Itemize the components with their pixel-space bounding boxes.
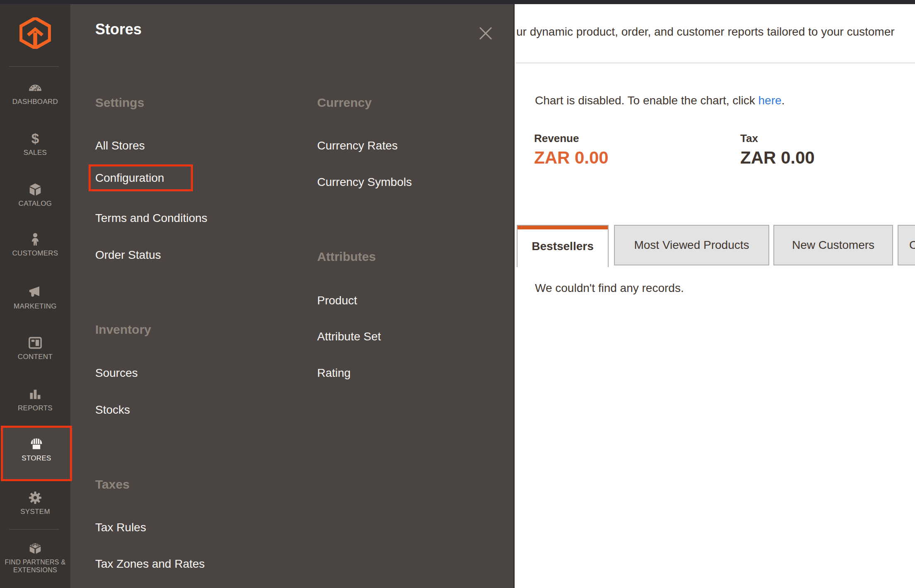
sidebar-item-label: CATALOG: [0, 200, 70, 208]
sidebar-item-label: MARKETING: [0, 302, 70, 311]
menu-item-rating[interactable]: Rating: [317, 366, 351, 380]
sidebar-item-find-partners[interactable]: FIND PARTNERS & EXTENSIONS: [0, 540, 70, 574]
magento-logo[interactable]: [19, 17, 51, 52]
menu-item-order-status[interactable]: Order Status: [95, 248, 161, 262]
system-icon: [27, 489, 43, 506]
tax-label: Tax: [740, 132, 914, 145]
section-title-attributes: Attributes: [317, 249, 376, 264]
menu-item-all-stores[interactable]: All Stores: [95, 139, 145, 153]
chart-notice-text: Chart is disabled. To enable the chart, …: [535, 94, 758, 107]
svg-text:$: $: [31, 131, 39, 146]
header-divider: [515, 63, 915, 63]
menu-item-terms-and-conditions[interactable]: Terms and Conditions: [95, 211, 207, 225]
no-records-message: We couldn't find any records.: [535, 281, 684, 295]
sidebar-item-label: REPORTS: [0, 404, 70, 412]
menu-item-tax-zones-and-rates[interactable]: Tax Zones and Rates: [95, 557, 205, 571]
sidebar-item-content[interactable]: CONTENT: [0, 335, 70, 361]
sidebar-item-label: SALES: [0, 149, 70, 157]
stores-flyout-menu: Stores Settings All Stores Configuration…: [70, 4, 515, 588]
sales-icon: $: [27, 130, 43, 147]
sidebar-item-label: STORES: [3, 454, 70, 463]
menu-item-tax-rules[interactable]: Tax Rules: [95, 521, 146, 535]
tab-label: Most Viewed Products: [634, 239, 749, 252]
sidebar-item-system[interactable]: SYSTEM: [0, 489, 70, 516]
sidebar-item-marketing[interactable]: MARKETING: [0, 284, 70, 311]
tab-bestsellers[interactable]: Bestsellers: [517, 225, 609, 267]
revenue-value: ZAR 0.00: [534, 148, 708, 167]
section-title-settings: Settings: [95, 95, 144, 110]
menu-item-currency-symbols[interactable]: Currency Symbols: [317, 175, 412, 189]
sidebar-item-sales[interactable]: $ SALES: [0, 130, 70, 157]
revenue-label: Revenue: [534, 132, 708, 145]
menu-item-configuration[interactable]: Configuration: [95, 171, 164, 185]
find-partners-icon: [27, 540, 43, 557]
magento-logo-icon: [19, 17, 51, 49]
catalog-icon: [27, 181, 43, 198]
tax-metric: Tax ZAR 0.00: [740, 132, 914, 167]
sidebar-item-label: FIND PARTNERS & EXTENSIONS: [0, 558, 70, 574]
sidebar-divider: [9, 529, 59, 530]
menu-item-currency-rates[interactable]: Currency Rates: [317, 139, 398, 153]
sidebar-item-label: SYSTEM: [0, 508, 70, 516]
tab-label: C: [909, 239, 915, 252]
enable-chart-link[interactable]: here: [758, 94, 782, 107]
highlight-box-configuration: Configuration: [89, 164, 193, 191]
sidebar-item-catalog[interactable]: CATALOG: [0, 181, 70, 208]
advanced-reporting-text-fragment: ur dynamic product, order, and customer …: [516, 25, 895, 39]
tab-partial-right-edge[interactable]: C: [898, 225, 915, 265]
menu-item-attribute-set[interactable]: Attribute Set: [317, 330, 381, 344]
admin-sidebar: DASHBOARD $ SALES CATALOG: [0, 4, 70, 588]
sidebar-item-label: DASHBOARD: [0, 98, 70, 106]
tax-value: ZAR 0.00: [740, 148, 914, 167]
marketing-icon: [27, 284, 43, 301]
dashboard-icon: [27, 80, 43, 96]
tab-most-viewed-products[interactable]: Most Viewed Products: [614, 225, 769, 265]
chart-disabled-notice: Chart is disabled. To enable the chart, …: [535, 94, 785, 108]
sidebar-item-dashboard[interactable]: DASHBOARD: [0, 80, 70, 106]
content-icon: [27, 335, 43, 351]
sidebar-item-reports[interactable]: REPORTS: [0, 386, 70, 412]
stores-icon: [28, 436, 45, 453]
menu-item-sources[interactable]: Sources: [95, 366, 138, 380]
sidebar-item-customers[interactable]: CUSTOMERS: [0, 231, 70, 258]
flyout-column-right: Currency Currency Rates Currency Symbols…: [317, 4, 499, 588]
menu-item-stocks[interactable]: Stocks: [95, 403, 130, 417]
section-title-taxes: Taxes: [95, 477, 130, 492]
flyout-column-left: Settings All Stores Configuration Terms …: [95, 4, 294, 588]
tab-new-customers[interactable]: New Customers: [773, 225, 893, 265]
active-tab-accent-bar: [518, 226, 608, 229]
sidebar-item-stores[interactable]: STORES: [1, 426, 72, 481]
dashboard-content-area: [515, 4, 915, 588]
revenue-metric: Revenue ZAR 0.00: [534, 132, 708, 167]
top-chrome-strip: [0, 0, 915, 4]
section-title-inventory: Inventory: [95, 322, 151, 337]
reports-icon: [27, 386, 43, 402]
chart-notice-period: .: [782, 94, 785, 107]
section-title-currency: Currency: [317, 95, 372, 110]
sidebar-item-label: CONTENT: [0, 353, 70, 361]
sidebar-divider: [9, 66, 59, 67]
tab-label: New Customers: [792, 239, 874, 252]
menu-item-product[interactable]: Product: [317, 294, 357, 308]
sidebar-item-label: CUSTOMERS: [0, 249, 70, 258]
customers-icon: [27, 231, 43, 248]
tab-label: Bestsellers: [532, 240, 593, 253]
magento-admin-screen: DASHBOARD $ SALES CATALOG: [0, 0, 915, 588]
